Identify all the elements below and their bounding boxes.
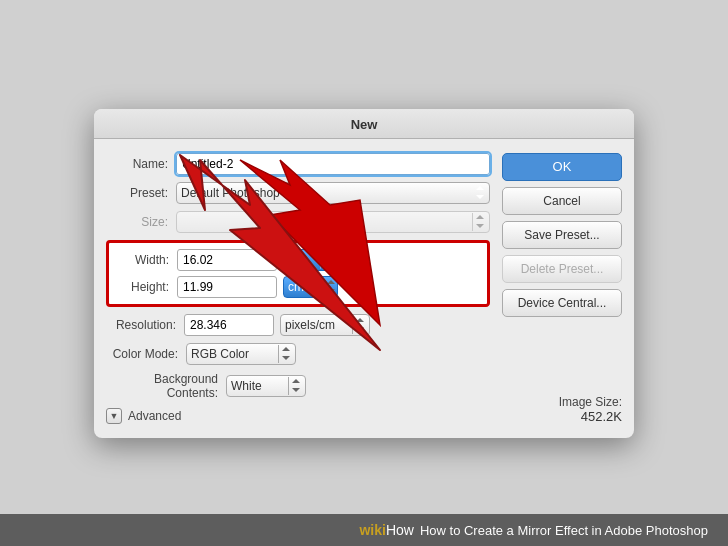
bg-label: Background Contents:: [106, 372, 226, 400]
wikihow-description: How to Create a Mirror Effect in Adobe P…: [420, 523, 708, 538]
image-size-label: Image Size:: [502, 395, 622, 409]
color-mode-row: Color Mode: RGB Color: [106, 343, 490, 365]
width-unit-value: cm: [288, 253, 317, 267]
dialog-title: New: [351, 117, 378, 132]
height-row: Height: cm: [117, 276, 479, 298]
size-step-up[interactable]: [475, 213, 485, 222]
bg-value: White: [231, 379, 285, 393]
color-mode-step-down[interactable]: [281, 354, 291, 363]
preset-label: Preset:: [106, 186, 176, 200]
wikihow-bar: wiki How How to Create a Mirror Effect i…: [0, 514, 728, 546]
how-text: How: [386, 522, 414, 538]
size-row: Size:: [106, 211, 490, 233]
advanced-label: Advanced: [128, 409, 181, 423]
cancel-button[interactable]: Cancel: [502, 187, 622, 215]
width-unit-step-down[interactable]: [323, 260, 333, 269]
resolution-input[interactable]: [184, 314, 274, 336]
resolution-row: Resolution: pixels/cm: [106, 314, 490, 336]
resolution-unit-step-down[interactable]: [355, 325, 365, 334]
preset-stepper[interactable]: [473, 184, 485, 202]
height-label: Height:: [117, 280, 177, 294]
color-mode-value: RGB Color: [191, 347, 275, 361]
preset-row: Preset: Default Photoshop Size: [106, 182, 490, 204]
color-mode-label: Color Mode:: [106, 347, 186, 361]
preset-value: Default Photoshop Size: [181, 186, 470, 200]
height-unit-select[interactable]: cm: [283, 276, 338, 298]
device-central-button[interactable]: Device Central...: [502, 289, 622, 317]
name-label: Name:: [106, 157, 176, 171]
image-size-section: Image Size: 452.2K: [502, 385, 622, 424]
width-label: Width:: [117, 253, 177, 267]
preset-select[interactable]: Default Photoshop Size: [176, 182, 490, 204]
bg-contents-row: Background Contents: White: [106, 372, 490, 400]
height-unit-step-down[interactable]: [323, 287, 333, 296]
save-preset-button[interactable]: Save Preset...: [502, 221, 622, 249]
name-input[interactable]: [176, 153, 490, 175]
resolution-unit-select[interactable]: pixels/cm: [280, 314, 370, 336]
width-row: Width: cm: [117, 249, 479, 271]
preset-step-up[interactable]: [475, 184, 485, 193]
dialog-body: Name: Preset: Default Photoshop Size: [94, 139, 634, 438]
ok-button[interactable]: OK: [502, 153, 622, 181]
height-unit-stepper[interactable]: [320, 278, 333, 296]
color-mode-stepper[interactable]: [278, 345, 291, 363]
dialog-right: OK Cancel Save Preset... Delete Preset..…: [502, 153, 622, 424]
wikihow-logo: wiki How: [359, 522, 413, 538]
height-unit-container: cm: [283, 276, 338, 298]
size-step-down[interactable]: [475, 222, 485, 231]
size-stepper[interactable]: [472, 213, 485, 231]
width-unit-container: cm: [283, 249, 338, 271]
new-dialog: New Name: Preset: Default Photoshop Size: [94, 109, 634, 438]
size-select[interactable]: [176, 211, 490, 233]
wiki-text: wiki: [359, 522, 385, 538]
preset-step-down[interactable]: [475, 193, 485, 202]
width-unit-step-up[interactable]: [323, 251, 333, 260]
name-row: Name:: [106, 153, 490, 175]
advanced-row: ▼ Advanced: [106, 408, 490, 424]
advanced-toggle[interactable]: ▼: [106, 408, 122, 424]
width-unit-stepper[interactable]: [320, 251, 333, 269]
resolution-unit-stepper[interactable]: [352, 316, 365, 334]
height-input[interactable]: [177, 276, 277, 298]
delete-preset-button: Delete Preset...: [502, 255, 622, 283]
size-label: Size:: [106, 215, 176, 229]
bg-step-down[interactable]: [291, 386, 301, 395]
color-mode-select[interactable]: RGB Color: [186, 343, 296, 365]
bg-step-up[interactable]: [291, 377, 301, 386]
image-size-value: 452.2K: [502, 409, 622, 424]
dialog-titlebar: New: [94, 109, 634, 139]
resolution-unit-value: pixels/cm: [285, 318, 349, 332]
dimensions-section: Width: cm: [106, 240, 490, 307]
dialog-left: Name: Preset: Default Photoshop Size: [106, 153, 490, 424]
resolution-unit-step-up[interactable]: [355, 316, 365, 325]
bg-select[interactable]: White: [226, 375, 306, 397]
resolution-label: Resolution:: [106, 318, 184, 332]
height-unit-value: cm: [288, 280, 317, 294]
screenshot-wrapper: New Name: Preset: Default Photoshop Size: [0, 0, 728, 546]
color-mode-step-up[interactable]: [281, 345, 291, 354]
width-unit-select[interactable]: cm: [283, 249, 338, 271]
height-unit-step-up[interactable]: [323, 278, 333, 287]
bg-stepper[interactable]: [288, 377, 301, 395]
width-input[interactable]: [177, 249, 277, 271]
